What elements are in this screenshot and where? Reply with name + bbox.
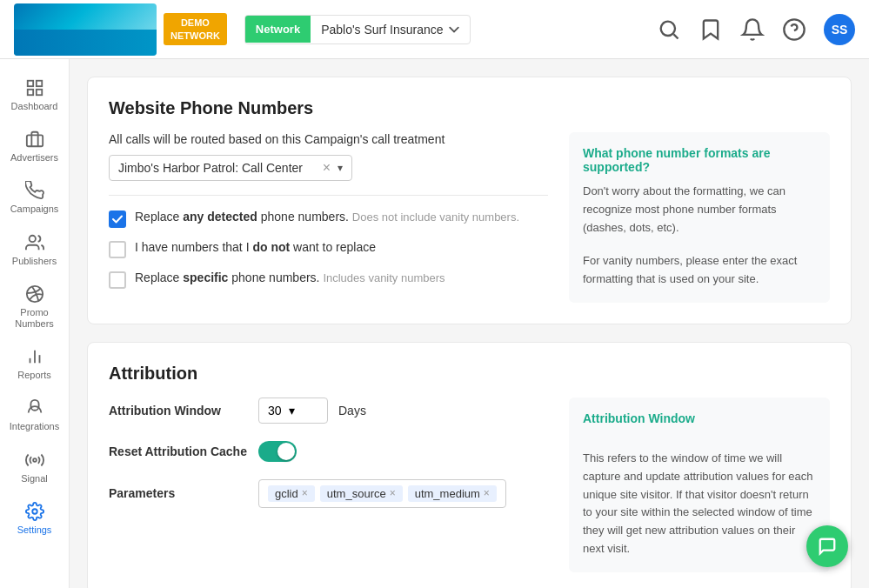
settings-icon: [25, 502, 44, 521]
tag-label: gclid: [275, 487, 298, 500]
svg-point-13: [33, 458, 37, 462]
attribution-window-select[interactable]: 30 ▾: [258, 398, 328, 424]
parameters-tags[interactable]: gclid × utm_source × utm_medium ×: [258, 479, 506, 508]
chat-icon: [818, 537, 837, 556]
sidebar-item-advertisers[interactable]: Advertisers: [0, 121, 69, 172]
attribution-window-label: Attribution Window: [109, 404, 248, 418]
window-dropdown-arrow[interactable]: ▾: [289, 404, 295, 418]
campaigns-icon: [25, 181, 44, 200]
main-layout: Dashboard Advertisers Campaigns Publishe…: [0, 59, 869, 588]
help-icon[interactable]: [782, 17, 806, 42]
replace-any-label: Replace any detected phone numbers. Does…: [135, 210, 519, 224]
sidebar-item-signal[interactable]: Signal: [0, 442, 69, 493]
signal-icon: [25, 451, 44, 470]
sidebar-item-integrations[interactable]: Integrations: [0, 390, 69, 441]
network-selector[interactable]: Network Pablo's Surf Insurance: [244, 15, 471, 44]
reports-icon: [25, 347, 44, 366]
replace-any-checkbox-row[interactable]: Replace any detected phone numbers. Does…: [109, 210, 548, 228]
toggle-circle: [277, 443, 295, 460]
nav-icons: SS: [657, 14, 855, 45]
remove-utm-medium-button[interactable]: ×: [484, 487, 490, 499]
demo-badge: DEMO NETWORK: [164, 13, 227, 45]
phone-left: All calls will be routed based on this C…: [109, 132, 548, 303]
phone-info-p2: For vanity numbers, please enter the exa…: [583, 252, 816, 289]
phone-info-p1: Don't worry about the formatting, we can…: [583, 183, 816, 237]
sidebar-item-label: Campaigns: [10, 204, 59, 215]
attribution-info-box: Attribution Window This refers to the wi…: [569, 398, 830, 572]
attribution-content: Attribution Window 30 ▾ Days Reset Attri…: [109, 398, 830, 572]
content-area: Website Phone Numbers All calls will be …: [70, 59, 869, 588]
replace-specific-label: Replace specific phone numbers. Includes…: [135, 271, 445, 284]
sidebar-item-label: Reports: [17, 370, 51, 381]
campaign-value: Jimbo's Harbor Patrol: Call Center: [118, 161, 316, 175]
parameters-row: Parameters gclid × utm_source ×: [109, 479, 548, 508]
tag-gclid: gclid ×: [268, 485, 315, 502]
svg-point-14: [32, 509, 37, 514]
phone-section-content: All calls will be routed based on this C…: [109, 132, 830, 303]
no-replace-checkbox-row[interactable]: I have numbers that I do not want to rep…: [109, 240, 548, 258]
dashboard-icon: [25, 78, 44, 97]
no-replace-checkbox[interactable]: [109, 241, 126, 258]
replace-specific-checkbox[interactable]: [109, 271, 126, 289]
divider: [109, 195, 548, 196]
svg-rect-4: [36, 81, 41, 86]
sidebar-item-label: Publishers: [12, 256, 57, 267]
svg-point-8: [29, 235, 35, 241]
phone-section-title: Website Phone Numbers: [109, 98, 830, 118]
reset-attribution-row: Reset Attribution Cache: [109, 441, 548, 462]
top-navigation: DEMO NETWORK Network Pablo's Surf Insura…: [0, 0, 869, 59]
campaign-dropdown-arrow[interactable]: ▾: [338, 162, 343, 174]
tag-label: utm_source: [327, 487, 386, 500]
campaign-selector[interactable]: Jimbo's Harbor Patrol: Call Center × ▾: [109, 155, 352, 181]
bookmark-icon[interactable]: [699, 17, 723, 42]
attribution-title: Attribution: [109, 364, 830, 384]
days-label: Days: [338, 404, 366, 418]
search-icon[interactable]: [657, 17, 681, 42]
bell-icon[interactable]: [740, 17, 765, 42]
svg-line-1: [673, 34, 678, 38]
publishers-icon: [25, 233, 44, 252]
integrations-icon: [25, 398, 44, 418]
sidebar-item-dashboard[interactable]: Dashboard: [0, 70, 69, 121]
sidebar-item-label: Signal: [21, 473, 48, 484]
sidebar-item-reports[interactable]: Reports: [0, 338, 69, 390]
remove-gclid-button[interactable]: ×: [302, 487, 308, 499]
svg-rect-3: [27, 81, 32, 86]
chevron-down-icon: [449, 24, 459, 35]
network-value: Pablo's Surf Insurance: [311, 16, 469, 43]
sidebar-item-campaigns[interactable]: Campaigns: [0, 172, 69, 224]
svg-rect-5: [27, 90, 32, 95]
reset-attribution-label: Reset Attribution Cache: [109, 444, 248, 458]
chat-button[interactable]: [806, 525, 848, 567]
logo[interactable]: [14, 3, 157, 56]
checkmark-icon: [112, 215, 123, 224]
reset-attribution-toggle[interactable]: [258, 441, 297, 462]
phone-info-content: What phone number formats are supported?…: [569, 132, 830, 303]
attribution-window-row: Attribution Window 30 ▾ Days: [109, 398, 548, 424]
attribution-info-title: Attribution Window: [583, 411, 816, 425]
attribution-info-content: Attribution Window This refers to the wi…: [569, 398, 830, 572]
replace-specific-checkbox-row[interactable]: Replace specific phone numbers. Includes…: [109, 271, 548, 289]
remove-utm-source-button[interactable]: ×: [390, 487, 396, 499]
attribution-left: Attribution Window 30 ▾ Days Reset Attri…: [109, 398, 548, 572]
replace-any-checkbox[interactable]: [109, 210, 126, 228]
sidebar-item-label: Promo Numbers: [3, 307, 65, 330]
sidebar-item-settings[interactable]: Settings: [0, 493, 69, 545]
no-replace-label: I have numbers that I do not want to rep…: [135, 240, 376, 254]
sidebar-item-publishers[interactable]: Publishers: [0, 224, 69, 276]
clear-campaign-button[interactable]: ×: [323, 161, 331, 175]
parameters-label: Parameters: [109, 486, 248, 500]
svg-rect-6: [36, 90, 41, 95]
attribution-card: Attribution Attribution Window 30 ▾ Days: [87, 342, 852, 588]
sidebar-item-label: Integrations: [10, 421, 59, 432]
tag-utm-source: utm_source ×: [320, 485, 403, 502]
sidebar-item-promo-numbers[interactable]: Promo Numbers: [0, 276, 69, 338]
svg-rect-7: [26, 136, 42, 147]
phone-info-title[interactable]: What phone number formats are supported?: [583, 146, 816, 174]
phone-info-box: What phone number formats are supported?…: [569, 132, 830, 303]
network-label: Network: [245, 16, 311, 43]
user-avatar[interactable]: SS: [824, 14, 855, 45]
sidebar-item-label: Advertisers: [10, 152, 58, 164]
sidebar-item-label: Settings: [17, 525, 52, 536]
advertisers-icon: [25, 130, 44, 149]
